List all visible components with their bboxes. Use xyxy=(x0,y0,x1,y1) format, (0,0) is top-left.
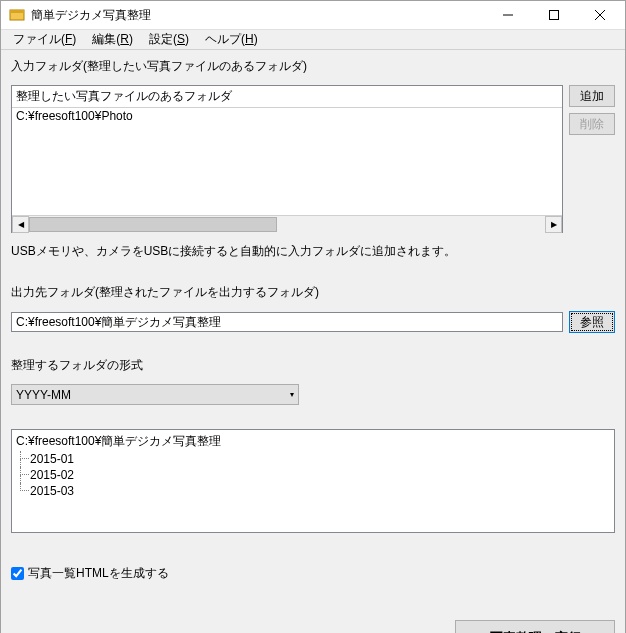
scroll-thumb[interactable] xyxy=(29,217,277,232)
scroll-track[interactable] xyxy=(29,216,545,233)
menu-file[interactable]: ファイル(F) xyxy=(5,29,84,50)
footer: 写真整理の実行 xyxy=(11,590,615,633)
client-area: 入力フォルダ(整理したい写真ファイルのあるフォルダ) 整理したい写真ファイルのあ… xyxy=(1,50,625,633)
browse-button[interactable]: 参照 xyxy=(569,311,615,333)
menubar: ファイル(F) 編集(R) 設定(S) ヘルプ(H) xyxy=(1,30,625,50)
window-controls xyxy=(485,1,623,29)
output-folder-label: 出力先フォルダ(整理されたファイルを出力するフォルダ) xyxy=(11,284,615,301)
generate-html-label: 写真一覧HTMLを生成する xyxy=(28,565,169,582)
tree-child[interactable]: 2015-02 xyxy=(16,467,610,483)
maximize-button[interactable] xyxy=(531,1,577,29)
close-button[interactable] xyxy=(577,1,623,29)
listbox-body: C:¥freesoft100¥Photo xyxy=(12,108,562,215)
tree-child[interactable]: 2015-01 xyxy=(16,451,610,467)
listbox-header: 整理したい写真ファイルのあるフォルダ xyxy=(12,86,562,108)
menu-settings[interactable]: 設定(S) xyxy=(141,29,197,50)
tree-child[interactable]: 2015-03 xyxy=(16,483,610,499)
app-window: 簡単デジカメ写真整理 ファイル(F) 編集(R) 設定(S) ヘルプ(H) 入力… xyxy=(0,0,626,633)
window-title: 簡単デジカメ写真整理 xyxy=(31,7,485,24)
input-hint: USBメモリや、カメラをUSBに接続すると自動的に入力フォルダに追加されます。 xyxy=(11,243,615,260)
generate-html-row: 写真一覧HTMLを生成する xyxy=(11,565,615,582)
input-folder-section: 整理したい写真ファイルのあるフォルダ C:¥freesoft100¥Photo … xyxy=(11,85,615,233)
menu-edit[interactable]: 編集(R) xyxy=(84,29,141,50)
minimize-button[interactable] xyxy=(485,1,531,29)
format-combobox[interactable]: YYYY-MM ▾ xyxy=(11,384,299,405)
format-label: 整理するフォルダの形式 xyxy=(11,357,615,374)
execute-button[interactable]: 写真整理の実行 xyxy=(455,620,615,633)
combo-selected: YYYY-MM xyxy=(16,388,290,402)
input-side-buttons: 追加 削除 xyxy=(569,85,615,233)
menu-help[interactable]: ヘルプ(H) xyxy=(197,29,266,50)
output-path-input[interactable] xyxy=(11,312,563,332)
output-folder-row: 参照 xyxy=(11,311,615,333)
list-item[interactable]: C:¥freesoft100¥Photo xyxy=(12,108,562,124)
scroll-left-icon[interactable]: ◀ xyxy=(12,216,29,233)
input-folder-listbox[interactable]: 整理したい写真ファイルのあるフォルダ C:¥freesoft100¥Photo … xyxy=(11,85,563,233)
svg-rect-3 xyxy=(550,11,559,20)
horizontal-scrollbar[interactable]: ◀ ▶ xyxy=(12,215,562,232)
app-icon xyxy=(9,7,25,23)
preview-treeview[interactable]: C:¥freesoft100¥簡単デジカメ写真整理 2015-01 2015-0… xyxy=(11,429,615,533)
tree-root[interactable]: C:¥freesoft100¥簡単デジカメ写真整理 xyxy=(16,432,610,451)
titlebar: 簡単デジカメ写真整理 xyxy=(1,1,625,30)
generate-html-checkbox[interactable] xyxy=(11,567,24,580)
add-button[interactable]: 追加 xyxy=(569,85,615,107)
input-folder-label: 入力フォルダ(整理したい写真ファイルのあるフォルダ) xyxy=(11,58,615,75)
svg-rect-1 xyxy=(10,10,24,13)
delete-button[interactable]: 削除 xyxy=(569,113,615,135)
chevron-down-icon: ▾ xyxy=(290,390,294,399)
scroll-right-icon[interactable]: ▶ xyxy=(545,216,562,233)
